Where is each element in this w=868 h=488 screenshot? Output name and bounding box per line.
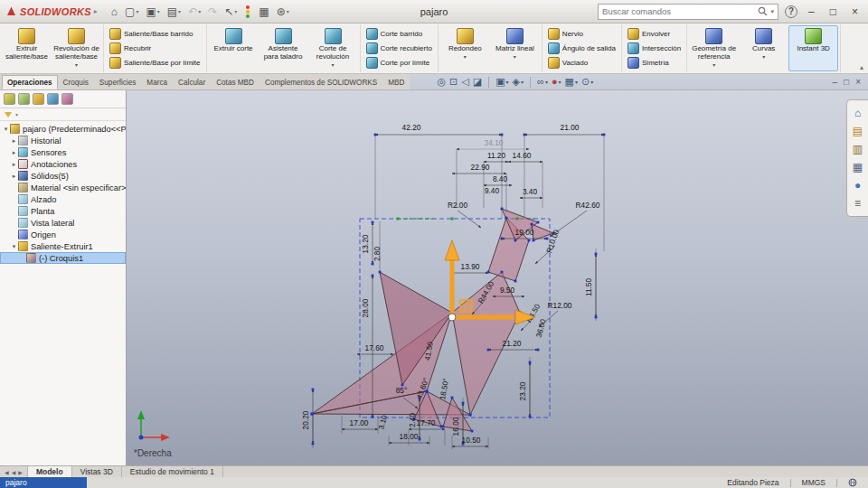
edit-appearance-icon[interactable]: ●▾ [552, 77, 561, 87]
apply-scene-icon[interactable]: ▦▾ [565, 77, 578, 87]
tab-operaciones[interactable]: Operaciones [2, 75, 58, 89]
dimension-21.20[interactable]: 21.20 [503, 339, 522, 348]
sketch-point[interactable] [537, 221, 540, 224]
doc-minimize-button[interactable]: – [833, 78, 838, 87]
taskbar-document-button[interactable]: pajaro [0, 477, 87, 488]
bottom-tab-vistas-3d[interactable]: Vistas 3D [72, 466, 122, 477]
dimension-R2.00[interactable]: R2.00 [448, 201, 468, 210]
drag-handle-y[interactable] [445, 240, 459, 314]
button-extruir-saliente-base[interactable]: Extruir saliente/base [2, 25, 52, 71]
dimension-13.20[interactable]: 13.20 [361, 234, 370, 253]
button-saliente-base-por-l-mite[interactable]: Saliente/Base por límite [108, 56, 203, 70]
sketch-point[interactable] [469, 414, 472, 417]
save-icon[interactable]: ▣▾ [143, 5, 162, 18]
sketch-point[interactable] [419, 438, 421, 441]
expand-arrow-icon[interactable]: ▸ [10, 173, 18, 180]
sketch-point[interactable] [531, 223, 533, 226]
sketch-point[interactable] [529, 416, 532, 418]
sketch-point[interactable] [595, 316, 598, 319]
sketch-point[interactable] [471, 430, 474, 433]
button-instant-3d[interactable]: Instant 3D [788, 25, 838, 71]
sketch-point[interactable] [451, 397, 454, 399]
tree-item-vista-lateral[interactable]: Vista lateral [0, 217, 126, 229]
button-redondeo[interactable]: Redondeo▾ [440, 25, 490, 71]
button-corte-de-revoluci-n[interactable]: Corte de revolución▾ [308, 25, 358, 71]
help-icon[interactable]: ? [785, 5, 797, 18]
units-label[interactable]: MMGS [802, 478, 826, 487]
sketch-point[interactable] [379, 271, 382, 274]
tab-calcular[interactable]: Calcular [173, 75, 211, 89]
appearances-icon[interactable]: ● [854, 180, 861, 191]
dimension-22.90[interactable]: 22.90 [471, 163, 490, 172]
button-corte-recubierto[interactable]: Corte recubierto [364, 42, 434, 55]
graphics-viewport[interactable]: 42.2021.0034.1022.9011.2014.608.409.403.… [127, 90, 868, 465]
sketch-point[interactable] [514, 280, 517, 283]
rebuild-icon[interactable] [241, 4, 254, 20]
tree-item-saliente-extruir1[interactable]: ▾Saliente-Extruir1 [0, 240, 126, 252]
filter-dropdown-icon[interactable]: ▾ [15, 112, 18, 117]
sketch-point[interactable] [529, 361, 532, 364]
sketch-point[interactable] [311, 413, 314, 416]
file-properties-icon[interactable]: ▦ [256, 5, 271, 18]
tree-item-planta[interactable]: Planta [0, 205, 126, 217]
button-curvas[interactable]: Curvas▾ [739, 25, 788, 71]
undo-icon[interactable]: ↶▾ [185, 5, 203, 18]
configurationmanager-tab-icon[interactable] [33, 93, 44, 105]
button-corte-barrido[interactable]: Corte barrido [364, 27, 434, 41]
tree-item-alzado[interactable]: Alzado [0, 193, 126, 205]
sketch-point[interactable] [533, 239, 535, 242]
propertymanager-tab-icon[interactable] [18, 93, 30, 105]
dimension-2.40[interactable]: 2.40 [408, 413, 417, 428]
sketch-point[interactable] [372, 221, 374, 224]
sketch-point[interactable] [537, 349, 540, 352]
dimension-2.80[interactable]: 2.80 [373, 247, 382, 262]
dimension-18.50°[interactable]: 18.50° [438, 378, 450, 400]
previous-view-icon[interactable]: ◁ [461, 77, 468, 87]
dimension-85°[interactable]: 85° [396, 386, 408, 395]
zoom-area-icon[interactable]: ⊡ [449, 77, 458, 87]
tree-item-anotaciones[interactable]: ▸Anotaciones [0, 158, 126, 170]
sketch-point[interactable] [312, 443, 315, 446]
tree-item-origen[interactable]: Origen [0, 229, 126, 240]
expand-arrow-icon[interactable]: ▸ [10, 149, 18, 156]
button-extruir-corte[interactable]: Extruir corte [209, 25, 259, 71]
sketch-point[interactable] [528, 239, 531, 242]
sketch-point[interactable] [501, 271, 504, 274]
dimension-17.60[interactable]: 17.60 [365, 343, 384, 352]
tab-scroll-first-icon[interactable]: ◀ [5, 469, 9, 475]
hide-show-items-icon[interactable]: ∞▾ [537, 77, 548, 87]
new-document-icon[interactable]: ▢▾ [122, 5, 141, 18]
search-dropdown-icon[interactable]: ▾ [771, 8, 775, 15]
tab-complementos-de-solidworks[interactable]: Complementos de SOLIDWORKS [259, 75, 382, 89]
redo-icon[interactable]: ↷ [205, 5, 220, 18]
tab-croquis[interactable]: Croquis [58, 75, 94, 89]
displaymanager-tab-icon[interactable] [61, 93, 73, 105]
tree-item-s-lidos-5[interactable]: ▸Sólidos(5) [0, 170, 126, 182]
dimension-13.90[interactable]: 13.90 [461, 262, 480, 271]
dimension-9.40[interactable]: 9.40 [485, 186, 500, 195]
dimension-11.50[interactable]: 11.50 [584, 278, 593, 297]
print-icon[interactable]: ▤▾ [165, 5, 184, 18]
view-orientation-icon[interactable]: ▣▾ [495, 77, 508, 87]
tab-mbd[interactable]: MBD [382, 75, 410, 89]
expand-arrow-icon[interactable]: ▾ [2, 126, 10, 133]
button-recubrir[interactable]: Recubrir [108, 42, 203, 55]
dimension-36.00[interactable]: 36.00 [534, 318, 548, 339]
sketch-canvas[interactable]: 42.2021.0034.1022.9011.2014.608.409.403.… [127, 90, 867, 465]
minimize-button[interactable]: – [804, 6, 819, 17]
button-corte-por-l-mite[interactable]: Corte por límite [364, 56, 434, 70]
dimension-9.50[interactable]: 9.50 [500, 286, 515, 295]
sketch-point[interactable] [595, 253, 598, 256]
view-settings-icon[interactable]: ⊙▾ [581, 77, 593, 87]
sketch-point[interactable] [501, 134, 504, 136]
close-button[interactable]: × [847, 6, 863, 17]
sketch-point[interactable] [372, 275, 374, 277]
dimension-28.00[interactable]: 28.00 [361, 298, 370, 317]
zoom-fit-icon[interactable]: ◎ [437, 77, 446, 87]
sketch-point[interactable] [501, 208, 504, 211]
sketch-point[interactable] [487, 349, 490, 352]
dimension-34.10[interactable]: 34.10 [485, 138, 504, 147]
bottom-tab-modelo[interactable]: Modelo [28, 466, 72, 477]
sketch-point[interactable] [514, 239, 517, 242]
dimension-16.00[interactable]: 16.00 [451, 417, 460, 436]
